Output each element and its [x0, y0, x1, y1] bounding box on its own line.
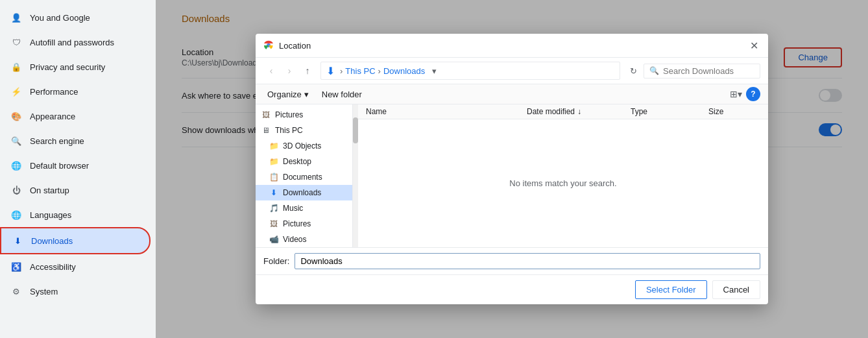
search-icon: 🔍: [10, 135, 22, 147]
command-bar-left: Organize ▾ New folder: [263, 88, 366, 101]
nav-tree: 🖼 Pictures 🖥 This PC 📁 3D Objects: [256, 104, 353, 247]
nav-tree-scrollbar[interactable]: [353, 104, 358, 247]
sidebar-item-downloads[interactable]: ⬇ Downloads: [0, 227, 151, 254]
path-sep-1: ›: [340, 66, 343, 76]
file-list-empty: No items match your search.: [358, 119, 768, 247]
sort-arrow-icon: ↓: [577, 107, 581, 116]
sidebar-item-languages[interactable]: 🌐 Languages: [0, 202, 151, 227]
tree-item-videos[interactable]: 📹 Videos: [256, 232, 352, 247]
tree-item-pictures-top[interactable]: 🖼 Pictures: [256, 107, 352, 123]
tree-item-desktop[interactable]: 📁 Desktop: [256, 154, 352, 169]
folder-videos-icon: 📹: [269, 234, 279, 245]
folder-pictures-top-icon: 🖼: [261, 110, 271, 120]
folder-music-icon: 🎵: [269, 203, 279, 213]
sidebar-item-default-browser[interactable]: 🌐 Default browser: [0, 153, 151, 178]
dialog-close-button[interactable]: ✕: [747, 39, 760, 52]
dialog-overlay: Location ✕ ‹ › ↑ ⬇ › This PC › Downloads…: [156, 0, 868, 338]
shield-icon: 🛡: [10, 36, 22, 48]
sidebar-item-search-engine[interactable]: 🔍 Search engine: [0, 128, 151, 153]
command-bar: Organize ▾ New folder ⊞▾ ?: [256, 84, 768, 104]
browser-icon: 🌐: [10, 160, 22, 171]
dialog-footer: Folder:: [256, 247, 768, 274]
refresh-button[interactable]: ↻: [625, 63, 641, 78]
folder-input[interactable]: [295, 253, 760, 269]
col-size[interactable]: Size: [708, 107, 760, 116]
sidebar-item-appearance[interactable]: 🎨 Appearance: [0, 104, 151, 128]
path-this-pc[interactable]: This PC: [345, 66, 375, 76]
new-folder-button[interactable]: New folder: [318, 88, 366, 101]
sidebar-item-privacy[interactable]: 🔒 Privacy and security: [0, 54, 151, 79]
dialog-buttons: Select Folder Cancel: [256, 274, 768, 304]
up-button[interactable]: ↑: [300, 63, 315, 78]
back-button[interactable]: ‹: [263, 63, 279, 78]
folder-downloads-icon: ⬇: [269, 187, 279, 198]
location-dialog: Location ✕ ‹ › ↑ ⬇ › This PC › Downloads…: [256, 34, 768, 304]
folder-3d-icon: 📁: [269, 141, 279, 151]
view-button[interactable]: ⊞▾: [730, 89, 742, 99]
path-dropdown-button[interactable]: ▾: [428, 64, 440, 77]
tree-item-pictures[interactable]: 🖼 Pictures: [256, 216, 352, 232]
help-button[interactable]: ?: [746, 87, 760, 101]
folder-desktop-icon: 📁: [269, 156, 279, 167]
cancel-button[interactable]: Cancel: [712, 280, 760, 299]
dialog-title: Location: [263, 40, 311, 51]
sidebar-item-autofill[interactable]: 🛡 Autofill and passwords: [0, 30, 151, 54]
chrome-logo-icon: [263, 40, 274, 51]
tree-item-downloads[interactable]: ⬇ Downloads: [256, 185, 352, 200]
sidebar-item-performance[interactable]: ⚡ Performance: [0, 79, 151, 104]
dialog-titlebar: Location ✕: [256, 34, 768, 58]
tree-item-3d-objects[interactable]: 📁 3D Objects: [256, 138, 352, 154]
download-icon: ⬇: [12, 235, 23, 247]
column-header: Name Date modified ↓ Type Size: [358, 104, 768, 119]
search-box: 🔍: [644, 64, 760, 78]
power-icon: ⏻: [10, 184, 22, 196]
col-date[interactable]: Date modified ↓: [527, 107, 631, 116]
tree-item-documents[interactable]: 📋 Documents: [256, 169, 352, 185]
path-downloads[interactable]: Downloads: [383, 66, 425, 76]
col-name[interactable]: Name: [366, 107, 527, 116]
select-folder-button[interactable]: Select Folder: [635, 280, 707, 299]
scrollbar-thumb: [353, 117, 358, 143]
system-icon: ⚙: [10, 285, 22, 297]
folder-pictures-icon: 🖼: [269, 219, 279, 229]
sidebar: 👤 You and Google 🛡 Autofill and password…: [0, 0, 156, 338]
path-bar: ⬇ › This PC › Downloads ▾: [320, 62, 620, 80]
person-icon: 👤: [10, 12, 22, 23]
dialog-toolbar: ‹ › ↑ ⬇ › This PC › Downloads ▾ ↻ 🔍: [256, 58, 768, 84]
sidebar-item-accessibility[interactable]: ♿ Accessibility: [0, 254, 151, 279]
globe-icon: 🌐: [10, 209, 22, 221]
folder-label: Folder:: [263, 256, 289, 266]
organize-dropdown-icon: ▾: [304, 90, 309, 99]
accessibility-icon: ♿: [10, 261, 22, 272]
path-sep-2: ›: [378, 66, 381, 76]
speed-icon: ⚡: [10, 86, 22, 97]
file-list-area: Name Date modified ↓ Type Size No items …: [358, 104, 768, 247]
computer-icon: 🖥: [261, 125, 271, 136]
col-type[interactable]: Type: [631, 107, 708, 116]
organize-button[interactable]: Organize ▾: [263, 88, 313, 101]
sidebar-item-system[interactable]: ⚙ System: [0, 279, 151, 304]
lock-icon: 🔒: [10, 61, 22, 73]
sidebar-item-on-startup[interactable]: ⏻ On startup: [0, 178, 151, 202]
folder-documents-icon: 📋: [269, 172, 279, 182]
main-content: Downloads Location C:\Users\bj\Downloads…: [156, 0, 868, 338]
sidebar-item-you-and-google[interactable]: 👤 You and Google: [0, 5, 151, 30]
command-bar-right: ⊞▾ ?: [730, 87, 760, 101]
search-icon: 🔍: [649, 66, 659, 75]
palette-icon: 🎨: [10, 110, 22, 122]
view-icon: ⊞▾: [730, 89, 742, 99]
file-pane: 🖼 Pictures 🖥 This PC 📁 3D Objects: [256, 104, 768, 247]
search-input[interactable]: [663, 66, 754, 76]
tree-item-music[interactable]: 🎵 Music: [256, 200, 352, 216]
tree-item-this-pc[interactable]: 🖥 This PC: [256, 123, 352, 138]
forward-button[interactable]: ›: [282, 63, 297, 78]
